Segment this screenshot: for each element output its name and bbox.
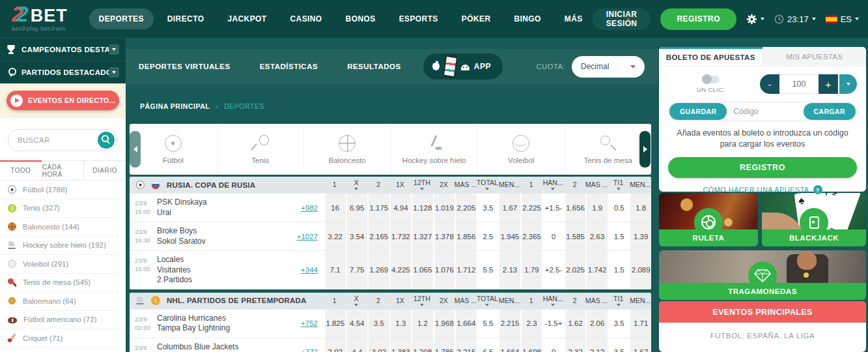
- odds-cell[interactable]: 1.968: [433, 310, 455, 338]
- league-title[interactable]: NHL. PARTIDOS DE PRETEMPORADA: [130, 296, 324, 305]
- odds-cell[interactable]: 1.825: [324, 310, 346, 338]
- odds-cell[interactable]: 2.089: [629, 251, 651, 289]
- odds-column-header[interactable]: 2: [367, 181, 389, 188]
- odds-format-select[interactable]: Decimal: [572, 56, 645, 78]
- odds-column-header[interactable]: 2: [564, 181, 586, 188]
- odds-cell[interactable]: 2.63: [585, 222, 608, 250]
- odds-column-header[interactable]: MÁS ...: [455, 297, 477, 304]
- more-bets-link[interactable]: +772: [301, 348, 318, 352]
- odds-column-header[interactable]: MEN...: [498, 297, 520, 304]
- odds-cell[interactable]: 2.3: [520, 310, 542, 338]
- odds-cell[interactable]: 3.5: [367, 310, 389, 338]
- one-click-toggle[interactable]: [703, 76, 720, 83]
- carousel-item-tenis[interactable]: Tenis: [217, 124, 304, 175]
- odds-column-header[interactable]: HÁN...: [542, 179, 564, 190]
- odds-column-header[interactable]: TI1: [608, 179, 630, 190]
- odds-column-header[interactable]: 1X: [389, 181, 412, 188]
- odds-cell[interactable]: 3.02: [367, 338, 389, 352]
- odds-cell[interactable]: 1.065: [411, 251, 433, 289]
- odds-column-header[interactable]: TI1: [608, 295, 630, 306]
- odds-cell[interactable]: 1.019: [433, 194, 455, 222]
- match-row[interactable]: 23/919:30Broke BoysSokol Saratov+10273.2…: [130, 222, 651, 250]
- match-row[interactable]: 23/915:00PSK DinskayaUral+982166.951.175…: [130, 193, 651, 222]
- odds-cell[interactable]: 1.8: [629, 194, 651, 222]
- odds-cell[interactable]: 2.365: [520, 222, 542, 250]
- odds-column-header[interactable]: 1X: [389, 297, 412, 304]
- nav-item-esports[interactable]: ESPORTS: [389, 8, 448, 29]
- stake-decrease-button[interactable]: -: [760, 74, 779, 94]
- odds-cell[interactable]: 1.856: [455, 222, 477, 250]
- sport-item-críquet[interactable]: Críquet (71): [0, 329, 126, 348]
- save-code-button[interactable]: GUARDAR: [669, 103, 727, 120]
- odds-cell[interactable]: 2.025: [564, 251, 586, 289]
- odds-cell[interactable]: 2.12: [585, 338, 608, 352]
- odds-column-header[interactable]: 1: [324, 297, 346, 304]
- odds-cell[interactable]: 2.165: [367, 222, 389, 250]
- odds-cell[interactable]: 2.02: [324, 338, 346, 352]
- odds-cell[interactable]: 2.225: [520, 194, 542, 222]
- nav-item-bingo[interactable]: BINGO: [504, 8, 550, 29]
- stake-confirm-button[interactable]: [839, 74, 857, 94]
- odds-cell[interactable]: 6.95: [346, 194, 368, 222]
- odds-cell[interactable]: 7.1: [324, 251, 346, 289]
- odds-cell[interactable]: 4.94: [389, 194, 412, 222]
- more-bets-link[interactable]: +1027: [297, 233, 318, 241]
- chevron-down-icon[interactable]: [109, 67, 119, 78]
- odds-cell[interactable]: 16: [324, 194, 346, 222]
- odds-column-header[interactable]: X: [346, 179, 368, 190]
- odds-cell[interactable]: 2.215: [455, 338, 477, 352]
- odds-cell[interactable]: 1.732: [389, 222, 412, 250]
- register-button[interactable]: REGISTRO: [660, 8, 736, 30]
- odds-cell[interactable]: 2.32: [564, 338, 586, 352]
- carousel-item-baloncesto[interactable]: Baloncesto: [303, 124, 391, 175]
- roulette-promo-tile[interactable]: RULETA: [659, 193, 758, 246]
- odds-cell[interactable]: 1.71: [629, 310, 651, 338]
- more-bets-link[interactable]: +344: [301, 266, 318, 274]
- tab-cada-hora[interactable]: CADA HORA: [42, 161, 84, 180]
- league-title[interactable]: RUSIA. COPA DE RUSIA: [130, 181, 324, 190]
- more-bets-link[interactable]: +752: [301, 319, 318, 327]
- sport-item-tenis[interactable]: Tenis (327): [0, 199, 126, 218]
- subnav-item-deportes-virtuales[interactable]: DEPORTES VIRTUALES: [139, 63, 231, 70]
- odds-column-header[interactable]: X: [346, 295, 368, 306]
- odds-cell[interactable]: 1.327: [411, 222, 433, 250]
- carousel-item-tenis-de-mesa[interactable]: Tenis de mesa: [565, 124, 652, 175]
- odds-cell[interactable]: 1.656: [564, 194, 586, 222]
- odds-cell[interactable]: 3.54: [346, 222, 368, 250]
- odds-column-header[interactable]: 1: [520, 297, 542, 304]
- odds-cell[interactable]: 2.215: [498, 310, 520, 338]
- subnav-item-resultados[interactable]: RESULTADOS: [347, 63, 401, 70]
- nav-item-casino[interactable]: CASINO: [281, 8, 332, 29]
- nav-item-deportes[interactable]: DEPORTES: [89, 8, 154, 29]
- main-events-banner[interactable]: EVENTOS PRINCIPALES: [659, 301, 866, 323]
- odds-cell[interactable]: 1.608: [520, 338, 542, 352]
- tab-todo[interactable]: TODO: [0, 161, 42, 180]
- bet-slip-register-button[interactable]: REGISTRO: [668, 157, 857, 178]
- odds-cell[interactable]: 2.205: [455, 194, 477, 222]
- odds-cell[interactable]: 1.664: [455, 310, 477, 338]
- sport-item-voleibol[interactable]: Voleibol (291): [0, 255, 126, 274]
- odds-cell[interactable]: 7.75: [346, 251, 368, 289]
- how-to-bet-link[interactable]: CÓMO HACER UNA APUESTA ?: [659, 185, 866, 194]
- language-selector[interactable]: ES: [826, 14, 859, 24]
- odds-cell[interactable]: 1.785: [433, 338, 455, 352]
- odds-column-header[interactable]: 1: [520, 181, 542, 188]
- tab-bet-slip[interactable]: BOLETO DE APUESTAS: [659, 47, 763, 66]
- sport-item-tenis-de-mesa[interactable]: Tenis de mesa (545): [0, 274, 126, 293]
- match-row[interactable]: 23/915:00LocalesVisitantes2 Partidos+344…: [130, 250, 651, 289]
- sport-item-balonmano[interactable]: Balonmano (64): [0, 292, 126, 311]
- odds-column-header[interactable]: 12TH: [411, 179, 433, 190]
- tab-my-bets[interactable]: MIS APUESTAS: [763, 47, 867, 66]
- sport-item-baloncesto[interactable]: Baloncesto (144): [0, 218, 126, 237]
- odds-cell[interactable]: 4.4: [346, 338, 368, 352]
- odds-cell[interactable]: 1.076: [433, 251, 455, 289]
- nav-item-directo[interactable]: DIRECTO: [158, 8, 214, 29]
- odds-cell[interactable]: 1.79: [520, 251, 542, 289]
- odds-cell[interactable]: 1.67: [629, 338, 651, 352]
- odds-cell[interactable]: 4.225: [389, 251, 412, 289]
- odds-cell[interactable]: 2.13: [498, 251, 520, 289]
- carousel-prev-button[interactable]: [130, 131, 141, 168]
- odds-cell[interactable]: 1.128: [411, 194, 433, 222]
- stake-amount-input[interactable]: [779, 74, 819, 94]
- search-input[interactable]: [18, 136, 98, 144]
